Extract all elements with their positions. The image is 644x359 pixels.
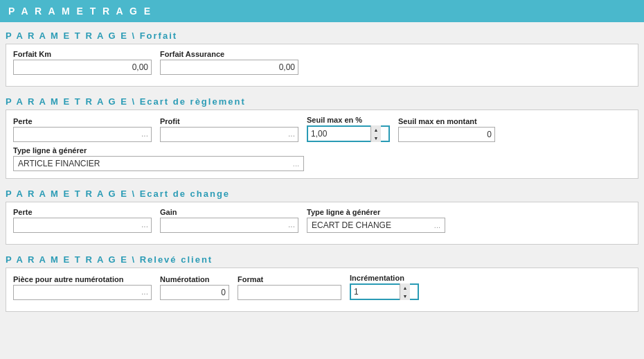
ecart-change-type-ellipsis: ... [434,221,440,229]
ecart-reglement-profit-group: Profit ... [160,117,298,142]
forfait-km-group: Forfait Km [13,50,152,75]
releve-client-section-body: Pièce pour autre numérotation ... Numéro… [6,268,638,312]
perte2-ellipsis: ... [141,220,148,229]
ecart-reglement-section-body: Perte ... Profit ... Seuil max en % ▲ ▼ [6,110,638,179]
ecart-change-gain-label: Gain [160,208,298,216]
releve-client-row: Pièce pour autre numérotation ... Numéro… [13,274,631,300]
incrementation-input[interactable]: ▲ ▼ [350,283,419,300]
incrementation-group: Incrémentation ▲ ▼ [350,274,419,300]
ecart-reglement-row1: Perte ... Profit ... Seuil max en % ▲ ▼ [13,116,631,142]
seuil-pct-spinner: ▲ ▼ [370,125,381,142]
format-label: Format [238,275,341,283]
type-ligne-reglement-input[interactable]: ARTICLE FINANCIER ... [13,156,304,171]
seuil-pct-input[interactable]: ▲ ▼ [307,125,390,142]
piece-ellipsis: ... [141,287,148,297]
incrementation-down[interactable]: ▼ [400,292,410,300]
piece-input[interactable]: ... [13,285,152,300]
ecart-change-perte-group: Perte ... [13,208,152,233]
ecart-change-gain-input[interactable]: ... [160,218,298,233]
ecart-change-section-body: Perte ... Gain ... Type ligne à générer … [6,202,638,245]
ecart-change-perte-input[interactable]: ... [13,218,152,233]
forfait-assurance-input[interactable] [160,60,298,75]
forfait-assurance-group: Forfait Assurance [160,50,298,75]
incrementation-label: Incrémentation [350,274,419,282]
forfait-row: Forfait Km Forfait Assurance [13,50,631,75]
page-title: P A R A M E T R A G E [8,6,152,17]
ecart-reglement-perte-group: Perte ... [13,117,152,142]
releve-client-section-header: P A R A M E T R A G E \ Relevé client [6,249,638,268]
seuil-pct-up[interactable]: ▲ [371,125,381,134]
profit-ellipsis: ... [288,129,295,139]
ecart-change-type-value: ECART DE CHANGE [312,220,391,230]
ecart-change-type-ligne-group: Type ligne à générer ECART DE CHANGE ... [307,208,445,233]
incrementation-up[interactable]: ▲ [400,283,410,292]
seuil-montant-label: Seuil max en montant [398,117,495,125]
ecart-reglement-section-header: P A R A M E T R A G E \ Ecart de règleme… [6,91,638,110]
perte-ellipsis: ... [141,129,148,139]
forfait-assurance-label: Forfait Assurance [160,50,298,58]
page-header: P A R A M E T R A G E [0,0,644,22]
ecart-reglement-profit-label: Profit [160,117,298,125]
format-group: Format [238,275,341,300]
format-input[interactable] [238,285,341,300]
seuil-pct-label: Seuil max en % [307,116,390,124]
seuil-montant-input[interactable] [398,127,495,142]
numerotation-input[interactable] [160,285,229,300]
piece-group: Pièce pour autre numérotation ... [13,275,152,300]
ecart-change-section-header: P A R A M E T R A G E \ Ecart de change [6,183,638,202]
piece-label: Pièce pour autre numérotation [13,275,152,283]
ecart-reglement-perte-input[interactable]: ... [13,127,152,142]
forfait-section-body: Forfait Km Forfait Assurance [6,44,638,87]
numerotation-label: Numérotation [160,275,229,283]
ecart-reglement-profit-input[interactable]: ... [160,127,298,142]
ecart-reglement-perte-label: Perte [13,117,152,125]
forfait-section-header: P A R A M E T R A G E \ Forfait [6,25,638,44]
type-ligne-reglement-label: Type ligne à générer [13,146,631,155]
ecart-change-gain-group: Gain ... [160,208,298,233]
seuil-pct-field[interactable] [308,127,370,141]
type-ligne-reglement-row: Type ligne à générer ARTICLE FINANCIER .… [13,146,631,171]
numerotation-group: Numérotation [160,275,229,300]
type-ligne-reglement-ellipsis: ... [293,159,299,168]
incrementation-spinner: ▲ ▼ [400,283,410,300]
ecart-change-perte-label: Perte [13,208,152,216]
seuil-pct-down[interactable]: ▼ [371,134,381,142]
incrementation-field[interactable] [351,285,400,299]
forfait-km-input[interactable] [13,60,152,75]
seuil-pct-group: Seuil max en % ▲ ▼ [307,116,390,142]
ecart-change-type-ligne-label: Type ligne à générer [307,208,445,216]
type-ligne-reglement-value: ARTICLE FINANCIER [18,159,100,168]
ecart-change-row: Perte ... Gain ... Type ligne à générer … [13,208,631,233]
ecart-change-type-input[interactable]: ECART DE CHANGE ... [307,218,445,233]
seuil-montant-group: Seuil max en montant [398,117,495,142]
gain-ellipsis: ... [288,220,295,229]
forfait-km-label: Forfait Km [13,50,152,58]
